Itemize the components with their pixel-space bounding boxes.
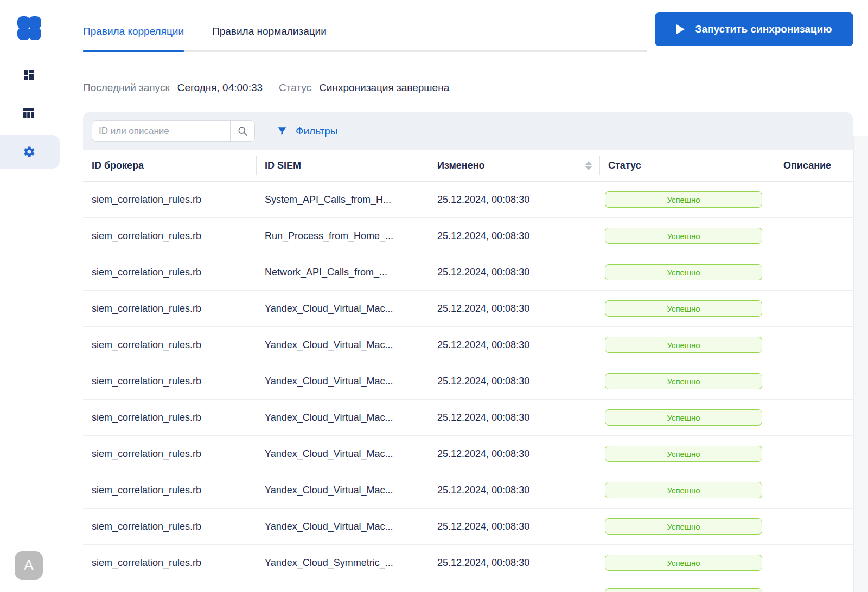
status-badge: Успешно <box>605 518 762 535</box>
filters-button[interactable]: Фильтры <box>277 125 337 137</box>
cell-siem-id: Yandex_Cloud_Virtual_Mac... <box>256 376 429 387</box>
table-row[interactable]: siem_correlation_rules.rbYandex_Cloud_Sy… <box>83 545 853 581</box>
cell-modified: 25.12.2024, 00:08:30 <box>429 521 599 532</box>
column-header-broker-id: ID брокера <box>83 150 256 181</box>
table-row[interactable]: siem_correlation_rules.rbYandex_Cloud_Vi… <box>83 436 853 472</box>
cell-status: Успешно <box>599 191 775 208</box>
cell-modified: 25.12.2024, 00:08:30 <box>429 303 599 314</box>
sort-arrows-icon[interactable] <box>585 161 592 170</box>
cell-status: Успешно <box>599 264 775 280</box>
sidebar-item-dashboard[interactable] <box>22 68 35 81</box>
search-button[interactable] <box>230 121 254 141</box>
status-badge: Успешно <box>605 228 762 244</box>
cell-status <box>599 581 775 592</box>
last-run-value: Сегодня, 04:00:33 <box>177 82 263 94</box>
run-sync-label: Запустить синхронизацию <box>695 23 832 35</box>
cell-siem-id: Network_API_Calls_from_... <box>256 267 429 278</box>
status-badge: Успешно <box>605 373 762 389</box>
table-row[interactable]: siem_correlation_rules.rbYandex_Cloud_Vi… <box>83 327 853 363</box>
column-header-modified-label: Изменено <box>437 160 485 171</box>
cell-siem-id: Yandex_Cloud_Virtual_Mac... <box>256 339 429 351</box>
cell-broker-id: siem_correlation_rules.rb <box>83 303 256 314</box>
cell-siem-id: Yandex_Cloud_Virtual_Mac... <box>256 303 429 314</box>
cell-modified: 25.12.2024, 00:08:30 <box>429 557 599 569</box>
status-bar: Последний запуск Сегодня, 04:00:33 Стату… <box>83 82 449 94</box>
table-row[interactable]: siem_correlation_rules.rbYandex_Cloud_Vi… <box>83 509 853 545</box>
play-icon <box>676 24 685 34</box>
cell-modified: 25.12.2024, 00:08:30 <box>429 448 599 460</box>
cell-broker-id: siem_correlation_rules.rb <box>83 194 256 205</box>
status-badge: Успешно <box>605 482 762 498</box>
table-row[interactable]: siem_correlation_rules.rbNetwork_API_Cal… <box>83 254 853 291</box>
dashboard-icon <box>22 68 35 81</box>
tab-correlation-rules[interactable]: Правила корреляции <box>83 12 184 50</box>
cell-modified: 25.12.2024, 00:08:30 <box>429 339 599 351</box>
table-row[interactable]: siem_correlation_rules.rbYandex_Cloud_Vi… <box>83 291 853 327</box>
search-input[interactable] <box>92 121 230 141</box>
cell-modified: 25.12.2024, 00:08:30 <box>429 267 599 278</box>
status-value: Синхронизация завершена <box>319 82 449 94</box>
table-row[interactable]: siem_correlation_rules.rbYandex_Cloud_Vi… <box>83 400 853 436</box>
status-badge: Успешно <box>605 337 762 353</box>
status-badge: Успешно <box>605 300 762 317</box>
tab-bar: Правила корреляции Правила нормализации <box>83 12 647 52</box>
app-logo[interactable] <box>17 16 41 40</box>
cell-broker-id: siem_correlation_rules.rb <box>83 339 256 351</box>
cell-modified: 25.12.2024, 00:08:30 <box>429 485 599 496</box>
table-row[interactable]: siem_correlation_rules.rbYandex_Cloud_Vi… <box>83 363 853 400</box>
cell-status: Успешно <box>599 409 775 426</box>
cell-broker-id: siem_correlation_rules.rb <box>83 448 256 460</box>
scrollbar-track[interactable] <box>853 136 868 592</box>
cell-status: Успешно <box>599 518 775 535</box>
cell-siem-id: Run_Process_from_Home_... <box>256 230 429 242</box>
status-badge: Успешно <box>605 264 762 280</box>
cell-siem-id: Yandex_Cloud_Virtual_Mac... <box>256 521 429 532</box>
table-row-partial[interactable] <box>83 581 853 592</box>
table-row[interactable]: siem_correlation_rules.rbYandex_Cloud_Vi… <box>83 472 853 509</box>
magnifier-icon <box>237 126 248 137</box>
table-row[interactable]: siem_correlation_rules.rbRun_Process_fro… <box>83 218 853 254</box>
funnel-icon <box>277 126 288 137</box>
table-row[interactable]: siem_correlation_rules.rbSystem_API_Call… <box>83 182 853 218</box>
table-icon <box>22 106 35 119</box>
cell-broker-id: siem_correlation_rules.rb <box>83 521 256 532</box>
last-run-label: Последний запуск <box>83 82 170 94</box>
status-badge: Успешно <box>605 555 762 571</box>
cell-modified: 25.12.2024, 00:08:30 <box>429 194 599 205</box>
column-header-siem-id: ID SIEM <box>256 150 429 181</box>
cell-status: Успешно <box>599 555 775 571</box>
status-badge <box>605 588 762 592</box>
rules-table-card: Фильтры ID брокера ID SIEM Изменено Стат… <box>83 112 853 592</box>
avatar[interactable]: A <box>15 551 43 580</box>
table-header: ID брокера ID SIEM Изменено Статус Описа… <box>83 150 853 182</box>
cell-siem-id: Yandex_Cloud_Virtual_Mac... <box>256 485 429 496</box>
cell-siem-id: Yandex_Cloud_Symmetric_... <box>256 557 429 569</box>
cell-siem-id: Yandex_Cloud_Virtual_Mac... <box>256 412 429 423</box>
column-header-modified: Изменено <box>429 150 599 181</box>
column-header-status: Статус <box>599 150 775 181</box>
settings-gear-icon <box>23 145 36 158</box>
table-rows: siem_correlation_rules.rbSystem_API_Call… <box>83 182 853 592</box>
cell-broker-id: siem_correlation_rules.rb <box>83 230 256 242</box>
cell-broker-id: siem_correlation_rules.rb <box>83 376 256 387</box>
screen: A Правила корреляции Правила нормализаци… <box>0 0 868 592</box>
run-sync-button[interactable]: Запустить синхронизацию <box>655 12 853 46</box>
status-label: Статус <box>279 82 311 94</box>
column-header-description: Описание <box>775 150 853 181</box>
cell-modified: 25.12.2024, 00:08:30 <box>429 376 599 387</box>
sidebar-item-tables[interactable] <box>22 106 35 119</box>
cell-broker-id: siem_correlation_rules.rb <box>83 412 256 423</box>
cell-modified: 25.12.2024, 00:08:30 <box>429 412 599 423</box>
cell-broker-id: siem_correlation_rules.rb <box>83 485 256 496</box>
cell-status: Успешно <box>599 446 775 462</box>
cell-siem-id: System_API_Calls_from_H... <box>256 194 429 205</box>
tab-normalization-rules[interactable]: Правила нормализации <box>212 12 327 50</box>
status-badge: Успешно <box>605 191 762 208</box>
status-badge: Успешно <box>605 446 762 462</box>
cell-modified: 25.12.2024, 00:08:30 <box>429 230 599 242</box>
filters-label: Фильтры <box>296 125 337 137</box>
cell-status: Успешно <box>599 373 775 389</box>
search-control <box>92 120 255 142</box>
clover-logo-icon <box>17 16 41 40</box>
cell-status: Успешно <box>599 482 775 498</box>
